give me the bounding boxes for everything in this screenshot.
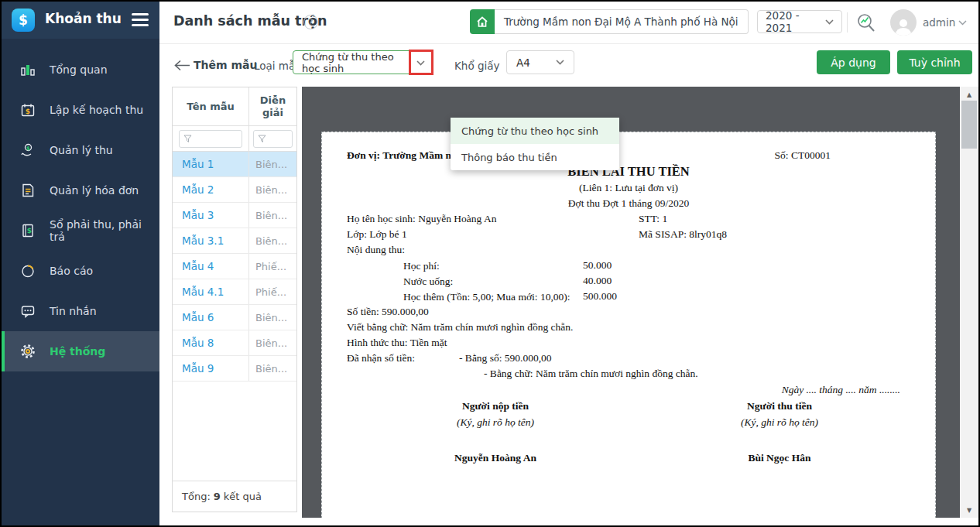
sidebar-item-label: Tổng quan: [50, 63, 108, 76]
scroll-down-icon[interactable]: ▼: [960, 504, 978, 516]
dropdown-option[interactable]: Thông báo thu tiền: [451, 144, 619, 170]
sidebar-item-label: Tin nhắn: [50, 305, 97, 317]
bar-chart-icon: [19, 60, 37, 79]
school-year-value: 2020 - 2021: [766, 9, 825, 34]
doc-copy-note: (Liên 1: Lưu tại đơn vị): [322, 180, 935, 196]
app-logo-icon: $: [12, 9, 35, 32]
sidebar-header: $ Khoản thu: [2, 2, 159, 39]
search-chart-icon[interactable]: [855, 12, 878, 38]
doc-collector-title: Người thu tiền: [697, 398, 862, 415]
name-filter-input[interactable]: [179, 130, 242, 148]
doc-in-words: Viết bằng chữ: Năm trăm chín mươi nghìn …: [347, 320, 935, 335]
doc-number: Số: CT00001: [775, 148, 831, 163]
doc-payer-sign-note: (Ký, ghi rõ họ tên): [413, 415, 577, 430]
doc-fee-row: Học phí: 50.000: [403, 258, 935, 273]
table-footer: Tổng: 9 kết quả: [173, 481, 296, 512]
school-name[interactable]: Trường Mầm non Đại Mộ A Thành phố Hà Nội: [495, 9, 749, 34]
school-year-select[interactable]: 2020 - 2021: [757, 10, 842, 33]
school-selector[interactable]: Trường Mầm non Đại Mộ A Thành phố Hà Nội: [470, 9, 749, 34]
avatar[interactable]: [890, 9, 917, 36]
column-header-desc[interactable]: Diễn giải: [249, 87, 296, 125]
table-filter-row: [173, 126, 296, 152]
help-icon[interactable]: ?: [303, 15, 318, 29]
doc-received-words: - Bằng chữ: Năm trăm chín mươi nghìn đồn…: [484, 366, 935, 382]
doc-signature-notes: (Ký, ghi rõ họ tên) (Ký, ghi rõ họ tên): [413, 415, 862, 430]
apply-button[interactable]: Áp dụng: [817, 50, 890, 74]
svg-text:$: $: [27, 227, 32, 234]
table-row[interactable]: Mẫu 4.1 Phiế...: [173, 279, 296, 305]
doc-received-row: Đã nhận số tiền: - Bằng số: 590.000,00: [347, 351, 935, 366]
doc-sisap: Mã SISAP: 8lry01q8: [639, 227, 727, 242]
customize-button[interactable]: Tuỳ chỉnh: [897, 50, 972, 74]
paper-size-select[interactable]: A4: [506, 50, 574, 74]
sidebar-item-messages[interactable]: Tin nhắn: [2, 291, 159, 331]
table-row[interactable]: Mẫu 8 Biên...: [173, 330, 296, 356]
sidebar-item-label: Quản lý hóa đơn: [50, 184, 139, 197]
doc-fee-row: Học thêm (Tồn: 5,00; Mua mới: 10,00): 50…: [403, 289, 935, 304]
table-row[interactable]: Mẫu 9 Biên...: [173, 356, 296, 382]
sidebar-item-overview[interactable]: Tổng quan: [2, 50, 159, 90]
table-row[interactable]: Mẫu 3 Biên...: [173, 203, 296, 228]
chevron-down-icon[interactable]: [958, 20, 967, 26]
message-bubble-icon: [19, 302, 37, 320]
app-window: $ Khoản thu Tổng quan $ Lập kế hoạch thu…: [0, 0, 980, 527]
templates-table: Tên mẫu Diễn giải Mẫu 1 Biên... Mẫu 2 Bi…: [172, 87, 297, 512]
doc-method: Hình thức thu: Tiền mặt: [347, 335, 935, 351]
table-row[interactable]: Mẫu 1 Biên...: [173, 152, 296, 177]
paper-size-value: A4: [516, 56, 530, 69]
doc-period: Đợt thu Đợt 1 tháng 09/2020: [322, 196, 935, 211]
doc-fee-row: Nước uống: 40.000: [403, 273, 935, 289]
home-icon[interactable]: [470, 9, 495, 34]
doc-collector-name: Bùi Ngọc Hân: [697, 450, 862, 466]
scroll-up-icon[interactable]: ▲: [960, 88, 978, 101]
doc-total: Số tiền: 590.000,00: [347, 304, 935, 320]
sidebar-item-system[interactable]: Hệ thống: [2, 331, 159, 371]
doc-payer-title: Người nộp tiền: [413, 398, 577, 415]
svg-text:$: $: [26, 108, 30, 115]
back-arrow-icon[interactable]: [173, 60, 190, 74]
username[interactable]: admin: [923, 16, 955, 29]
table-row[interactable]: Mẫu 2 Biên...: [173, 177, 296, 203]
invoice-icon: [19, 181, 37, 200]
sidebar-item-receivables[interactable]: $ Sổ phải thu, phải trả: [2, 210, 159, 251]
doc-student: Họ tên học sinh: Nguyễn Hoàng An: [347, 211, 639, 227]
header-divider: [847, 12, 848, 33]
column-header-name[interactable]: Tên mẫu: [173, 87, 249, 125]
table-row[interactable]: Mẫu 6 Biên...: [173, 305, 296, 330]
sidebar-item-collection[interactable]: $ Quản lý thu: [2, 130, 159, 170]
sidebar-item-plan[interactable]: $ Lập kế hoạch thu: [2, 90, 159, 130]
sidebar-item-label: Hệ thống: [50, 345, 105, 358]
doc-stt: STT: 1: [639, 211, 667, 227]
calendar-dollar-icon: $: [19, 101, 37, 119]
doc-content-label: Nội dung thu:: [347, 242, 935, 258]
table-row[interactable]: Mẫu 4 Phiế...: [173, 254, 296, 279]
doc-signature-titles: Người nộp tiền Người thu tiền: [413, 398, 862, 415]
app-title: Khoản thu: [45, 11, 122, 26]
doc-title: BIÊN LAI THU TIỀN: [322, 163, 935, 180]
scrollbar-thumb[interactable]: [961, 101, 977, 149]
chevron-down-icon: [825, 19, 834, 25]
chevron-down-icon: [416, 60, 425, 66]
document-viewer: Đơn vị: Trường Mầm non Đại Mộ A Thành ph…: [302, 87, 960, 518]
sidebar-item-reports[interactable]: Báo cáo: [2, 251, 159, 291]
menu-toggle-icon[interactable]: [132, 13, 149, 29]
sidebar-nav: Tổng quan $ Lập kế hoạch thu $ Quản lý t…: [2, 50, 159, 371]
sidebar: $ Khoản thu Tổng quan $ Lập kế hoạch thu…: [2, 2, 159, 525]
sidebar-item-invoices[interactable]: Quản lý hóa đơn: [2, 170, 159, 210]
sidebar-item-label: Sổ phải thu, phải trả: [50, 218, 159, 243]
sidebar-item-label: Lập kế hoạch thu: [50, 104, 143, 116]
template-type-dropdown: Chứng từ thu theo học sinh Thông báo thu…: [451, 118, 619, 170]
chevron-down-icon: [556, 60, 564, 65]
doc-collector-sign-note: (Ký, ghi rõ họ tên): [697, 415, 862, 430]
svg-text:$: $: [26, 145, 30, 152]
ledger-book-icon: $: [19, 221, 37, 240]
template-type-select[interactable]: Chứng từ thu theo học sinh: [293, 50, 433, 74]
dropdown-option[interactable]: Chứng từ thu theo học sinh: [451, 118, 619, 144]
top-header: Danh sách mẫu trộn ? Trường Mầm non Đại …: [159, 2, 978, 44]
pie-chart-icon: [19, 262, 37, 280]
add-template-label: Thêm mẫu: [194, 59, 257, 71]
doc-class: Lớp: Lớp bé 1: [347, 227, 639, 242]
table-row[interactable]: Mẫu 3.1 Biên...: [173, 228, 296, 254]
vertical-scrollbar[interactable]: ▲ ▼: [960, 87, 978, 518]
desc-filter-input[interactable]: [253, 130, 293, 148]
